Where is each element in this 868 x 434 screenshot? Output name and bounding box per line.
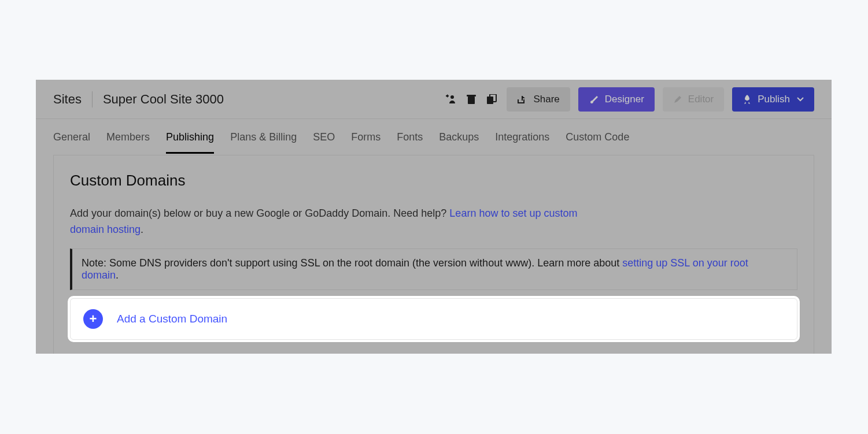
pen-icon — [673, 95, 682, 104]
editor-label: Editor — [688, 94, 714, 105]
note-text: Note: Some DNS providers don't support u… — [82, 257, 622, 269]
share-button[interactable]: Share — [507, 87, 570, 112]
plus-icon: + — [83, 309, 103, 329]
tab-plans-billing[interactable]: Plans & Billing — [230, 121, 297, 154]
add-custom-domain-button[interactable]: + Add a Custom Domain — [70, 298, 797, 340]
publish-label: Publish — [758, 94, 790, 105]
note-post: . — [116, 269, 119, 281]
breadcrumb: Sites Super Cool Site 3000 — [53, 91, 224, 107]
chevron-down-icon — [797, 97, 804, 102]
tab-general[interactable]: General — [53, 121, 90, 154]
editor-button[interactable]: Editor — [663, 87, 724, 112]
svg-point-0 — [450, 95, 454, 99]
add-domain-label: Add a Custom Domain — [117, 313, 227, 325]
brush-icon — [589, 95, 599, 104]
panel-heading: Custom Domains — [70, 172, 797, 190]
transfer-user-icon[interactable] — [444, 93, 457, 106]
tab-members[interactable]: Members — [106, 121, 150, 154]
breadcrumb-separator — [92, 91, 93, 107]
trash-icon[interactable] — [465, 93, 478, 106]
publish-button[interactable]: Publish — [732, 87, 814, 112]
breadcrumb-root[interactable]: Sites — [53, 92, 82, 107]
tab-backups[interactable]: Backups — [439, 121, 479, 154]
top-actions: Share Designer Editor Publish — [444, 87, 814, 112]
rocket-icon — [743, 94, 752, 105]
desc-text: Add your domain(s) below or buy a new Go… — [70, 207, 449, 219]
panel-description: Add your domain(s) below or buy a new Go… — [70, 206, 590, 238]
designer-label: Designer — [605, 94, 644, 105]
svg-rect-2 — [467, 95, 476, 97]
app-viewport: Sites Super Cool Site 3000 Share — [36, 80, 832, 354]
ssl-note: Note: Some DNS providers don't support u… — [70, 248, 797, 290]
desc-post: . — [141, 224, 143, 235]
designer-button[interactable]: Designer — [578, 87, 655, 112]
top-bar: Sites Super Cool Site 3000 Share — [36, 80, 832, 119]
share-icon — [517, 95, 527, 104]
tab-fonts[interactable]: Fonts — [397, 121, 423, 154]
tab-publishing[interactable]: Publishing — [166, 121, 214, 154]
tab-seo[interactable]: SEO — [313, 121, 335, 154]
copy-icon[interactable] — [486, 93, 498, 106]
tab-integrations[interactable]: Integrations — [495, 121, 549, 154]
tab-forms[interactable]: Forms — [351, 121, 381, 154]
svg-rect-1 — [468, 97, 475, 104]
tab-custom-code[interactable]: Custom Code — [566, 121, 629, 154]
custom-domains-panel: Custom Domains Add your domain(s) below … — [53, 155, 814, 354]
share-label: Share — [533, 94, 559, 105]
site-name: Super Cool Site 3000 — [103, 92, 224, 107]
settings-tabs: General Members Publishing Plans & Billi… — [36, 119, 832, 155]
